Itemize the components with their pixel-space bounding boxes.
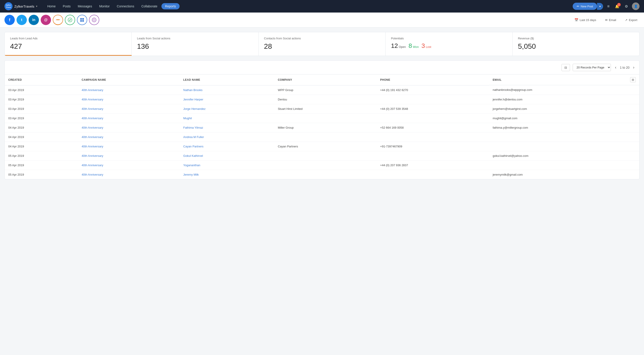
cell-campaign-0[interactable]: 40th Anniversary [78, 85, 180, 95]
lead-link-9[interactable]: Jeremy Milk [183, 173, 199, 176]
cell-lead-4[interactable]: Fathima Yilmaz [180, 123, 274, 132]
social-icon-twitter[interactable]: t [16, 15, 27, 25]
svg-point-5 [92, 18, 96, 22]
cell-email-1: jennifer.h@dentsu.com [489, 95, 639, 104]
cell-campaign-5[interactable]: 40th Anniversary [78, 132, 180, 142]
pagination-prev-button[interactable] [614, 65, 618, 70]
cell-lead-8[interactable]: Yogananthan [180, 160, 274, 170]
cell-lead-2[interactable]: Jorge Hernandez [180, 104, 274, 113]
pagination-next-button[interactable] [632, 65, 636, 70]
stat-leads-lead-ads[interactable]: Leads from Lead Ads 427 [5, 32, 132, 56]
lead-link-0[interactable]: Nathan Brooks [183, 88, 202, 92]
cell-campaign-7[interactable]: 40th Anniversary [78, 151, 180, 160]
email-button[interactable]: Email [603, 17, 618, 23]
avatar[interactable]: 👤 [632, 3, 640, 10]
cell-campaign-3[interactable]: 40th Anniversary [78, 113, 180, 123]
handshake-svg [55, 17, 60, 23]
cell-phone-3 [376, 113, 489, 123]
social-icon-linkedin[interactable]: in [28, 15, 39, 25]
stat-revenue[interactable]: Revenue ($) 5,050 [512, 32, 639, 56]
stat-lost-value: 3 Lost [422, 42, 431, 50]
social-icon-instagram[interactable]: @ [41, 15, 51, 25]
cell-company-3 [274, 113, 376, 123]
cell-lead-1[interactable]: Jennifer Harper [180, 95, 274, 104]
brand-logo-area[interactable]: ZylkerTravel ZylkerTravels ▾ [4, 2, 37, 10]
campaign-link-4[interactable]: 40th Anniversary [82, 126, 103, 129]
nav-home[interactable]: Home [44, 3, 58, 10]
cell-lead-6[interactable]: Cayan Partners [180, 142, 274, 151]
cell-phone-5 [376, 132, 489, 142]
table-row: 05 Apr 2019 40th Anniversary Yogananthan… [5, 160, 639, 170]
table-section: 20 Records Per Page 1 to 20 CREATED CAMP… [4, 60, 640, 179]
main-content: Leads from Lead Ads 427 Leads from Socia… [0, 28, 644, 184]
stats-row: Leads from Lead Ads 427 Leads from Socia… [4, 32, 640, 56]
nav-links: Home Posts Messages Monitor Connections … [44, 3, 572, 10]
twitter-icon: t [21, 18, 22, 22]
svg-rect-1 [80, 18, 82, 20]
social-icon-purple[interactable] [89, 15, 99, 25]
calendar-icon [574, 18, 578, 22]
new-post-dropdown-button[interactable]: ▾ [597, 3, 603, 10]
stat-potentials[interactable]: Potentials 12 Open 8 Won 3 Lost [386, 32, 512, 56]
lead-link-8[interactable]: Yogananthan [183, 164, 200, 167]
cell-lead-5[interactable]: Andrea M Fuller [180, 132, 274, 142]
export-button[interactable]: Export [623, 17, 640, 23]
filter-button[interactable] [562, 64, 570, 71]
cell-phone-9 [376, 170, 489, 179]
blue-square-svg [80, 18, 84, 22]
social-icon-green[interactable] [65, 15, 75, 25]
campaign-link-9[interactable]: 40th Anniversary [82, 173, 103, 176]
campaign-link-2[interactable]: 40th Anniversary [82, 107, 103, 111]
social-icon-facebook[interactable]: f [4, 15, 15, 25]
purple-circle-svg [92, 18, 96, 22]
cell-company-6: Cayan Partners [274, 142, 376, 151]
lead-link-1[interactable]: Jennifer Harper [183, 98, 204, 101]
cell-campaign-4[interactable]: 40th Anniversary [78, 123, 180, 132]
campaign-link-3[interactable]: 40th Anniversary [82, 117, 103, 120]
campaign-link-7[interactable]: 40th Anniversary [82, 154, 103, 157]
stat-leads-social[interactable]: Leads from Social actions 136 [132, 32, 259, 56]
lead-link-6[interactable]: Cayan Partners [183, 145, 204, 148]
cell-lead-3[interactable]: Mughil [180, 113, 274, 123]
cell-campaign-6[interactable]: 40th Anniversary [78, 142, 180, 151]
campaign-link-6[interactable]: 40th Anniversary [82, 145, 103, 148]
cell-campaign-8[interactable]: 40th Anniversary [78, 160, 180, 170]
nav-monitor[interactable]: Monitor [96, 3, 113, 10]
table-row: 03 Apr 2019 40th Anniversary Jorge Herna… [5, 104, 639, 113]
cell-lead-0[interactable]: Nathan Brooks [180, 85, 274, 95]
lead-link-4[interactable]: Fathima Yilmaz [183, 126, 203, 129]
campaign-link-1[interactable]: 40th Anniversary [82, 98, 103, 101]
nav-messages[interactable]: Messages [75, 3, 95, 10]
new-post-button[interactable]: ✏ New Post [573, 3, 597, 10]
hamburger-button[interactable] [606, 3, 611, 10]
records-per-page-select[interactable]: 20 Records Per Page [573, 64, 611, 71]
brand-dropdown-icon[interactable]: ▾ [36, 5, 37, 8]
cell-email-3: mughil@gmail.com [489, 113, 639, 123]
cell-lead-9[interactable]: Jeremy Milk [180, 170, 274, 179]
lead-link-3[interactable]: Mughil [183, 117, 192, 120]
filter-icon [564, 66, 567, 69]
notifications-button[interactable]: 🔔 2 [614, 3, 621, 10]
lead-link-2[interactable]: Jorge Hernandez [183, 107, 206, 111]
date-range-button[interactable]: Last 15 days [572, 17, 598, 23]
lead-link-5[interactable]: Andrea M Fuller [183, 135, 204, 139]
cell-campaign-2[interactable]: 40th Anniversary [78, 104, 180, 113]
social-icon-blue-square[interactable] [77, 15, 87, 25]
nav-connections[interactable]: Connections [114, 3, 137, 10]
columns-config-button[interactable] [630, 77, 636, 82]
stat-contacts-social[interactable]: Contacts from Social actions 28 [259, 32, 386, 56]
table-header: CREATED CAMPAIGN NAME LEAD NAME COMPANY … [5, 75, 639, 85]
cell-lead-7[interactable]: Gokul Kathirvel [180, 151, 274, 160]
nav-collaborate[interactable]: Collaborate [138, 3, 160, 10]
cell-company-0: WPP Group [274, 85, 376, 95]
nav-reports[interactable]: Reports [162, 3, 180, 10]
cell-campaign-9[interactable]: 40th Anniversary [78, 170, 180, 179]
campaign-link-5[interactable]: 40th Anniversary [82, 135, 103, 139]
campaign-link-0[interactable]: 40th Anniversary [82, 88, 103, 92]
campaign-link-8[interactable]: 40th Anniversary [82, 164, 103, 167]
lead-link-7[interactable]: Gokul Kathirvel [183, 154, 203, 157]
nav-posts[interactable]: Posts [60, 3, 74, 10]
settings-button[interactable]: ⚙ [624, 3, 629, 10]
cell-campaign-1[interactable]: 40th Anniversary [78, 95, 180, 104]
social-icon-handshake[interactable] [53, 15, 63, 25]
